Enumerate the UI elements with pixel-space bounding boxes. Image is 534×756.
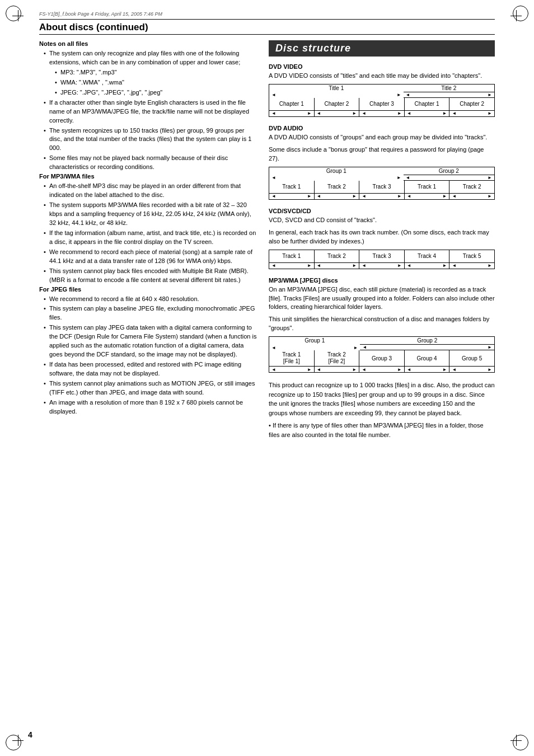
mp3-wma-list: An off-the-shelf MP3 disc may be played … [39,182,257,284]
dvd-video-table: Title 1 Title 2 ◄► ◄► Chapter 1 Chapter … [269,84,495,117]
vcd-arrow5: ◄► [449,263,494,269]
mp3-group2-label: Group 2 [360,336,495,345]
list-item: The system recognizes up to 150 tracks (… [44,126,257,153]
vcd-desc1: VCD, SVCD and CD consist of "tracks". [269,216,495,225]
mp3-group2-arrow: ◄► [360,345,495,350]
list-item: Some files may not be played back normal… [44,154,257,172]
mp3-arrow4: ◄► [405,367,450,372]
dvd-audio-table: Group 1 Group 2 ◄► ◄► Track 1 Track 2 Tr… [269,167,495,200]
vcd-section: VCD/SVCD/CD VCD, SVCD and CD consist of … [269,208,495,269]
footer-text1: This product can recognize up to 1 000 t… [269,381,495,417]
list-item: If a character other than single byte En… [44,98,257,125]
list-item: If data has been processed, edited and r… [44,360,257,378]
list-item: WMA: ".WMA" , ".wma" [55,78,257,87]
list-item: We recommend to record each piece of mat… [44,248,257,266]
title-bottom-line [39,34,495,35]
list-item: This system can play a baseline JPEG fil… [44,304,257,322]
vcd-track2: Track 2 [315,250,360,262]
corner-circle-bl [6,735,21,750]
notes-on-files-heading: Notes on all files [39,40,257,47]
mp3-arrow2: ◄► [315,367,360,372]
vcd-arrow1: ◄► [269,263,315,269]
list-item: The system can only recognize and play f… [44,49,257,67]
chapter1-cell: Chapter 1 [269,98,315,110]
list-item: If the tag information (album name, arti… [44,229,257,247]
page-title: About discs (continued) [39,22,148,32]
corner-cross-br [510,735,522,746]
vcd-arrow3: ◄► [359,263,405,269]
dvd-audio-desc2: Some discs include a "bonus group" that … [269,145,495,163]
mp3wma-section: MP3/WMA [JPEG] discs On an MP3/WMA [JPEG… [269,277,495,440]
list-item: An image with a resolution of more than … [44,398,257,416]
chap-arrow3: ◄► [359,111,405,116]
mp3-arrow3: ◄► [359,367,405,372]
title1-arrow: ◄► [269,92,404,98]
chapter3-cell: Chapter 3 [359,98,405,110]
dvd-video-heading: DVD VIDEO [269,63,495,70]
group1-label: Group 1 [269,167,404,175]
notes-on-files-section: Notes on all files The system can only r… [39,40,257,172]
page: FS-Y1[B]_f.book Page 4 Friday, April 15,… [0,0,534,756]
list-item: This system cannot play animations such … [44,379,257,397]
jpeg-section: For JPEG files We recommend to record a … [39,286,257,416]
mp3-track2-cell: Track 2 [File 2] [315,350,360,366]
list-item: This system cannot play back files encod… [44,267,257,285]
vcd-arrow4: ◄► [405,263,450,269]
track-arrow3: ◄► [359,194,405,199]
notes-on-files-list: The system can only recognize and play f… [39,49,257,172]
corner-cross-bl [12,735,24,746]
vcd-desc2: In general, each track has its own track… [269,228,495,246]
vcd-arrow2: ◄► [315,263,360,269]
vcd-track4: Track 4 [405,250,450,262]
list-item: An off-the-shelf MP3 disc may be played … [44,182,257,200]
dvd-audio-desc1: A DVD AUDIO consists of "groups" and eac… [269,133,495,142]
chap-arrow5: ◄► [449,111,494,116]
dvd-audio-heading: DVD AUDIO [269,125,495,132]
group1-arrow: ◄► [269,175,404,181]
title1-label: Title 1 [269,84,404,92]
track-arrow5: ◄► [449,194,494,199]
list-item: JPEG: ".JPG", ".JPEG", ".jpg", ".jpeg" [55,88,257,97]
mp3-group5-cell: Group 5 [449,350,494,366]
jpeg-heading: For JPEG files [39,286,257,293]
mp3-group3-cell: Group 3 [359,350,405,366]
vcd-track1: Track 1 [269,250,315,262]
list-item: MP3: ".MP3", ".mp3" [55,68,257,77]
title2-arrow: ◄► [404,92,495,98]
group2-label: Group 2 [404,167,495,175]
right-column: Disc structure DVD VIDEO A DVD VIDEO con… [269,40,495,443]
list-item: The system supports MP3/WMA files record… [44,201,257,228]
track-arrow1: ◄► [269,194,315,199]
mp3wma-heading: MP3/WMA [JPEG] discs [269,277,495,284]
mp3wma-table: Group 1 Group 2 ◄► ◄► Track 1 [File 1] T… [269,336,495,373]
file-info: FS-Y1[B]_f.book Page 4 Friday, April 15,… [17,11,517,17]
mp3wma-desc1: On an MP3/WMA [JPEG] disc, each still pi… [269,285,495,312]
mp3-arrow5: ◄► [449,367,494,372]
track-arrow4: ◄► [405,194,450,199]
list-item: We recommend to record a file at 640 x 4… [44,295,257,304]
title2-label: Title 2 [404,84,495,92]
track4-cell: Track 1 [405,181,450,193]
chapter4-cell: Chapter 1 [405,98,450,110]
vcd-heading: VCD/SVCD/CD [269,208,495,214]
track5-cell: Track 2 [449,181,494,193]
vcd-track3: Track 3 [359,250,405,262]
track-arrow2: ◄► [315,194,360,199]
vcd-track5: Track 5 [449,250,494,262]
mp3-wma-section: For MP3/WMA files An off-the-shelf MP3 d… [39,173,257,284]
chap-arrow2: ◄► [315,111,360,116]
list-item: This system can play JPEG data taken wit… [44,323,257,359]
chapter5-cell: Chapter 2 [449,98,494,110]
track2-cell: Track 2 [315,181,360,193]
mp3-wma-heading: For MP3/WMA files [39,173,257,180]
dvd-video-desc: A DVD VIDEO consists of "titles" and eac… [269,72,495,81]
mp3-track1-cell: Track 1 [File 1] [269,350,315,366]
group2-arrow: ◄► [404,175,495,181]
chapter2-cell: Chapter 2 [315,98,360,110]
page-number: 4 [28,730,32,739]
mp3-group1-arrow: ◄► [269,345,360,350]
mp3wma-desc2: This unit simplifies the hierarchical co… [269,315,495,333]
corner-circle-br [513,735,528,750]
dvd-video-section: DVD VIDEO A DVD VIDEO consists of "title… [269,63,495,117]
disc-structure-title: Disc structure [269,40,495,57]
